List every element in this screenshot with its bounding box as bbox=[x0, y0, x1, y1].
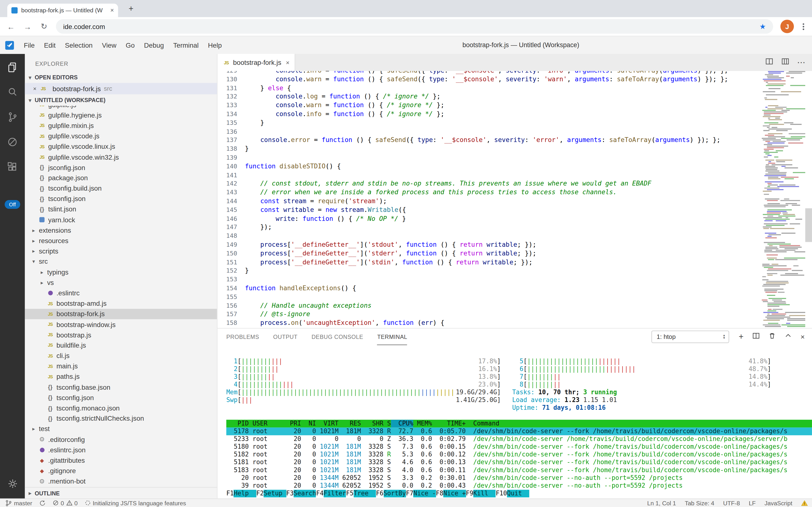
tab-close-icon[interactable]: × bbox=[110, 7, 114, 14]
process-row[interactable]: 5183root2001021M181M3328S4.00.60:00.11/d… bbox=[226, 466, 812, 474]
bookmark-star-icon[interactable]: ★ bbox=[759, 22, 766, 31]
tree-item[interactable]: {}tslint.json bbox=[25, 204, 217, 215]
tree-item[interactable]: ◆.gitignore bbox=[25, 466, 217, 476]
tree-item[interactable]: JSgulpfile.js bbox=[25, 106, 217, 110]
menu-go[interactable]: Go bbox=[121, 41, 139, 49]
tree-item[interactable]: {}tsconfig.monaco.json bbox=[25, 403, 217, 413]
tree-item[interactable]: JSbootstrap-fork.js bbox=[25, 308, 217, 319]
editor-tab[interactable]: JS bootstrap-fork.js × bbox=[217, 54, 295, 71]
tree-item[interactable]: {}tsconfig.json bbox=[25, 392, 217, 403]
indent-setting[interactable]: Tab Size: 4 bbox=[685, 500, 714, 506]
tree-item[interactable]: {}tsconfig.strictNullChecks.json bbox=[25, 413, 217, 424]
tab-debug-console[interactable]: DEBUG CONSOLE bbox=[312, 329, 363, 345]
tab-problems[interactable]: PROBLEMS bbox=[226, 329, 259, 345]
tree-item[interactable]: JSbuildfile.js bbox=[25, 340, 217, 350]
tree-item[interactable]: JScli.js bbox=[25, 350, 217, 361]
close-icon[interactable]: × bbox=[33, 86, 37, 92]
tree-folder[interactable]: ▾src bbox=[25, 257, 217, 267]
kill-terminal-icon[interactable] bbox=[768, 332, 776, 342]
tree-item[interactable]: .eslintrc bbox=[25, 288, 217, 298]
open-editors-header[interactable]: ▾ OPEN EDITORS bbox=[25, 72, 217, 83]
tree-folder[interactable]: ▸typings bbox=[25, 267, 217, 277]
search-icon[interactable] bbox=[6, 86, 19, 99]
terminal-picker[interactable]: 1: htop ▲▼ bbox=[651, 331, 729, 343]
process-row[interactable]: 5181root2001021M181M3328S4.60.60:00.13/d… bbox=[226, 459, 812, 466]
htop-function-bar[interactable]: F1Help F2Setup F3SearchF4FilterF5Tree F6… bbox=[226, 490, 812, 497]
source-control-icon[interactable] bbox=[6, 111, 19, 123]
tree-item[interactable]: {}jsconfig.json bbox=[25, 162, 217, 173]
tree-item[interactable]: {}package.json bbox=[25, 173, 217, 183]
tree-item[interactable]: JSbootstrap-window.js bbox=[25, 319, 217, 330]
tree-item[interactable]: JSgulpfile.vscode.js bbox=[25, 131, 217, 141]
tree-item[interactable]: JSmain.js bbox=[25, 361, 217, 371]
process-row[interactable]: 5178root2001021M181M3328R72.70.60:05.70/… bbox=[226, 428, 812, 435]
tab-output[interactable]: OUTPUT bbox=[273, 329, 298, 345]
encoding-setting[interactable]: UTF-8 bbox=[723, 500, 740, 506]
maximize-panel-icon[interactable] bbox=[785, 332, 792, 342]
tree-folder[interactable]: ▸test bbox=[25, 424, 217, 434]
language-mode[interactable]: JavaScript bbox=[765, 500, 793, 506]
tree-item[interactable]: yarn.lock bbox=[25, 215, 217, 225]
menu-terminal[interactable]: Terminal bbox=[169, 41, 203, 49]
debug-disabled-icon[interactable] bbox=[6, 136, 19, 148]
browser-menu-icon[interactable] bbox=[801, 23, 806, 30]
problems-status[interactable]: 0 0 bbox=[53, 500, 78, 506]
language-status-message[interactable]: Initializing JS/TS language features bbox=[85, 500, 186, 506]
settings-gear-icon[interactable] bbox=[7, 478, 18, 491]
process-row[interactable]: 5180root2001021M181M3328S7.30.60:00.15/d… bbox=[226, 443, 812, 451]
cursor-position[interactable]: Ln 1, Col 1 bbox=[647, 500, 676, 506]
process-row[interactable]: 39root2001344M620521952S0.00.20:00.43/de… bbox=[226, 482, 812, 490]
more-actions-icon[interactable]: ··· bbox=[798, 59, 806, 66]
notification-bell-icon[interactable] bbox=[801, 500, 808, 506]
tree-folder[interactable]: ▸extensions bbox=[25, 225, 217, 235]
code-editor[interactable]: 129 console.info = function () { safeSen… bbox=[217, 71, 812, 328]
tab-close-icon[interactable]: × bbox=[286, 59, 289, 66]
back-icon[interactable]: ← bbox=[6, 22, 16, 31]
menu-file[interactable]: File bbox=[19, 41, 39, 49]
tree-item[interactable]: JSgulpfile.mixin.js bbox=[25, 120, 217, 131]
sync-status[interactable] bbox=[40, 500, 46, 506]
split-terminal-icon[interactable] bbox=[752, 332, 759, 342]
menu-selection[interactable]: Selection bbox=[60, 41, 97, 49]
new-terminal-icon[interactable]: + bbox=[739, 333, 744, 341]
tree-item[interactable]: JSgulpfile.vscode.linux.js bbox=[25, 141, 217, 152]
browser-tab[interactable]: bootstrap-fork.js — Untitled (W × bbox=[7, 4, 118, 17]
menu-view[interactable]: View bbox=[97, 41, 121, 49]
tree-folder[interactable]: ▸vs bbox=[25, 277, 217, 288]
tree-item[interactable]: JSpaths.js bbox=[25, 372, 217, 382]
menu-debug[interactable]: Debug bbox=[139, 41, 169, 49]
reload-icon[interactable]: ↻ bbox=[40, 22, 49, 31]
explorer-icon[interactable] bbox=[6, 61, 19, 73]
tree-item[interactable]: {}tsconfig.json bbox=[25, 194, 217, 204]
tree-item[interactable]: JSgulpfile.vscode.win32.js bbox=[25, 152, 217, 162]
menu-edit[interactable]: Edit bbox=[40, 41, 60, 49]
process-row[interactable]: 20root2001344M620521952S3.30.20:30.01/de… bbox=[226, 474, 812, 482]
menu-help[interactable]: Help bbox=[203, 41, 227, 49]
tree-item[interactable]: JSgulpfile.hygiene.js bbox=[25, 110, 217, 120]
extensions-icon[interactable] bbox=[6, 161, 19, 173]
outline-section[interactable]: ▸ OUTLINE bbox=[25, 487, 217, 499]
forward-icon[interactable]: → bbox=[23, 22, 32, 31]
git-branch-status[interactable]: master bbox=[5, 500, 32, 507]
new-tab-button[interactable]: + bbox=[125, 3, 137, 14]
terminal-content[interactable]: 1[|||||||||||17.8%] 5[||||||||||||||||||… bbox=[217, 345, 812, 499]
tree-item[interactable]: .eslintrc.json bbox=[25, 445, 217, 455]
tree-item[interactable]: JSbootstrap.js bbox=[25, 330, 217, 340]
tree-item[interactable]: ◆.gitattributes bbox=[25, 455, 217, 466]
tree-item[interactable]: JSbootstrap-amd.js bbox=[25, 298, 217, 308]
tree-item[interactable]: {}tsconfig.base.json bbox=[25, 382, 217, 392]
tree-item[interactable]: {}tsconfig.build.json bbox=[25, 183, 217, 193]
editor-scrollbar[interactable] bbox=[805, 208, 812, 242]
eol-setting[interactable]: LF bbox=[749, 500, 756, 506]
tree-item[interactable]: ⚙.mention-bot bbox=[25, 476, 217, 487]
tree-item[interactable]: ⚙.editorconfig bbox=[25, 434, 217, 445]
off-toggle-badge[interactable]: Off bbox=[5, 200, 20, 209]
tree-folder[interactable]: ▸resources bbox=[25, 235, 217, 246]
workspace-header[interactable]: ▾ UNTITLED (WORKSPACE) bbox=[25, 94, 217, 106]
code-lines[interactable]: 129 console.info = function () { safeSen… bbox=[217, 71, 755, 328]
url-text[interactable]: ide.coder.com bbox=[63, 22, 754, 30]
tree-folder[interactable]: ▸scripts bbox=[25, 246, 217, 257]
toggle-layout-icon[interactable] bbox=[782, 58, 789, 67]
close-panel-icon[interactable]: × bbox=[800, 333, 805, 341]
url-bar[interactable]: ide.coder.com ★ bbox=[56, 19, 773, 34]
